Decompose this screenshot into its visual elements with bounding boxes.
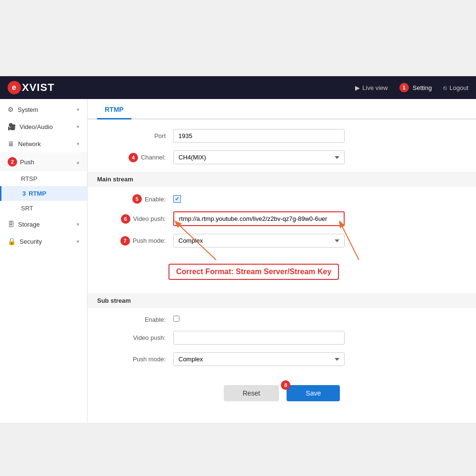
logo-text: XVIST	[22, 81, 55, 94]
sub-enable-label: Enable:	[107, 316, 173, 323]
srt-label: SRT	[21, 205, 33, 212]
enable-label: 5 Enable:	[107, 194, 173, 204]
sidebar-subitem-rtsp[interactable]: RTSP	[0, 171, 87, 186]
channel-label: 4 Channel:	[107, 153, 173, 162]
logout-icon: ⎋	[443, 84, 447, 91]
sub-push-mode-select[interactable]: Complex Simple	[173, 352, 345, 366]
logo-icon: e	[8, 81, 21, 94]
rtmp-badge: 3	[22, 190, 26, 197]
reset-button[interactable]: Reset	[224, 385, 279, 401]
live-view-label: Live view	[362, 84, 387, 91]
setting-badge: 1	[399, 83, 409, 92]
enable-row: 5 Enable:	[107, 194, 457, 204]
push-mode-control: Complex Simple	[173, 234, 345, 248]
sidebar-item-storage-label: Storage	[18, 221, 40, 228]
sidebar-item-security-label: Security	[20, 238, 42, 245]
channel-control: CH4(MIX) CH1 CH2 CH3	[173, 150, 345, 164]
step7-badge: 7	[120, 236, 130, 246]
sidebar-item-system[interactable]: ⚙ System ▾	[0, 101, 87, 118]
tab-rtmp-label: RTMP	[105, 106, 124, 113]
step8-badge: 8	[281, 380, 290, 390]
setting-nav[interactable]: 1 Setting	[399, 83, 432, 92]
form-area: Port 4 Channel: CH4(MIX) CH1	[88, 119, 476, 420]
enable-control	[173, 195, 345, 203]
channel-select[interactable]: CH4(MIX) CH1 CH2 CH3	[173, 150, 345, 164]
sidebar-item-system-label: System	[18, 106, 38, 113]
sidebar-item-video-audio[interactable]: 🎥 Video/Audio ▾	[0, 118, 87, 135]
step4-badge: 4	[129, 153, 138, 162]
network-icon: 🖥	[8, 140, 14, 148]
sidebar-item-network-label: Network	[18, 140, 41, 148]
main-stream-header: Main stream	[88, 172, 476, 187]
video-push-input[interactable]	[173, 211, 345, 226]
callout-area: Correct Format: Stream Server/Stream Key	[107, 255, 457, 293]
step5-badge: 5	[132, 194, 142, 204]
security-chevron: ▾	[77, 238, 79, 245]
sidebar-item-network[interactable]: 🖥 Network ▾	[0, 135, 87, 152]
tab-bar: RTMP	[88, 99, 476, 119]
port-row: Port	[107, 129, 457, 143]
sub-enable-checkbox[interactable]	[173, 316, 179, 322]
main-layout: ⚙ System ▾ 🎥 Video/Audio ▾ 🖥 Network ▾ 2…	[0, 99, 476, 423]
port-input[interactable]	[173, 129, 345, 143]
content-area: RTMP Port 4 Channe	[88, 99, 476, 423]
save-button[interactable]: 8 Save	[287, 385, 340, 401]
app-header: e XVIST ▶ Live view 1 Setting ⎋ Logout	[0, 76, 476, 99]
sidebar-subitem-rtmp[interactable]: 3 RTMP	[0, 186, 87, 201]
header-nav: ▶ Live view 1 Setting ⎋ Logout	[355, 83, 468, 92]
storage-icon: 🗄	[8, 220, 14, 228]
rtmp-label: RTMP	[29, 190, 46, 197]
sub-video-push-row: Video push:	[107, 331, 457, 345]
rtsp-label: RTSP	[21, 175, 37, 182]
system-icon: ⚙	[8, 106, 14, 113]
system-chevron: ▾	[77, 107, 79, 113]
video-push-control	[173, 211, 345, 226]
sub-enable-control	[173, 316, 345, 323]
logout-label: Logout	[449, 84, 468, 91]
sub-video-push-label: Video push:	[107, 334, 173, 341]
sub-push-mode-control: Complex Simple	[173, 352, 345, 366]
port-control	[173, 129, 345, 143]
sidebar-item-push-label: Push	[20, 159, 34, 166]
tab-rtmp[interactable]: RTMP	[97, 99, 131, 119]
step6-badge: 6	[121, 214, 130, 224]
video-push-label: 6 Video push:	[107, 214, 173, 224]
push-badge: 2	[8, 157, 17, 167]
channel-row: 4 Channel: CH4(MIX) CH1 CH2 CH3	[107, 150, 457, 164]
push-mode-row: 7 Push mode: Complex Simple	[107, 234, 457, 248]
storage-chevron: ▾	[77, 221, 79, 228]
push-mode-label: 7 Push mode:	[107, 236, 173, 246]
sub-stream-header: Sub stream	[88, 293, 476, 308]
enable-checkbox[interactable]	[173, 195, 181, 203]
sub-push-mode-label: Push mode:	[107, 356, 173, 363]
push-chevron: ▴	[77, 159, 79, 165]
sidebar-item-push[interactable]: 2 Push ▴	[0, 152, 87, 171]
sub-video-push-control	[173, 331, 345, 345]
push-mode-select[interactable]: Complex Simple	[173, 234, 345, 248]
callout-text: Correct Format: Stream Server/Stream Key	[169, 264, 339, 280]
app-logo: e XVIST	[8, 81, 55, 94]
security-icon: 🔒	[8, 238, 16, 245]
sidebar-item-security[interactable]: 🔒 Security ▾	[0, 233, 87, 250]
logout-nav[interactable]: ⎋ Logout	[443, 84, 468, 91]
setting-label: Setting	[413, 84, 432, 91]
video-icon: 🎥	[8, 123, 16, 130]
port-label: Port	[107, 132, 173, 139]
button-row: Reset 8 Save	[107, 385, 457, 411]
video-chevron: ▾	[77, 124, 79, 130]
sidebar-item-storage[interactable]: 🗄 Storage ▾	[0, 216, 87, 233]
sidebar-subitem-srt[interactable]: SRT	[0, 201, 87, 216]
video-push-row: 6 Video push:	[107, 211, 457, 226]
live-view-nav[interactable]: ▶ Live view	[355, 84, 387, 91]
live-view-icon: ▶	[355, 84, 360, 91]
sidebar-item-video-label: Video/Audio	[20, 123, 53, 130]
network-chevron: ▾	[77, 141, 79, 147]
sidebar: ⚙ System ▾ 🎥 Video/Audio ▾ 🖥 Network ▾ 2…	[0, 99, 88, 423]
sub-enable-row: Enable:	[107, 316, 457, 323]
sub-push-mode-row: Push mode: Complex Simple	[107, 352, 457, 366]
sub-video-push-input[interactable]	[173, 331, 345, 345]
